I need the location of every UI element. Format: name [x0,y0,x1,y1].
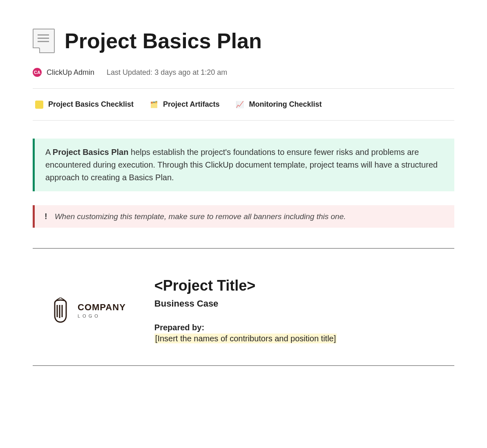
meta-row: CA ClickUp Admin Last Updated: 3 days ag… [33,68,454,77]
title-block-right: <Project Title> Business Case Prepared b… [154,277,450,343]
logo-company: COMPANY [78,302,126,313]
subpages-row: Project Basics Checklist 🗂️ Project Arti… [33,89,454,120]
note-icon [33,29,55,53]
last-updated: Last Updated: 3 days ago at 1:20 am [107,68,227,77]
subpage-checklist[interactable]: Project Basics Checklist [35,100,134,109]
logo-sub: LOGO [78,314,126,318]
exclaim-icon: ! [45,212,47,221]
author-avatar: CA [33,68,42,77]
subpage-artifacts[interactable]: 🗂️ Project Artifacts [150,100,219,109]
project-title: <Project Title> [154,277,450,294]
clipboard-icon [35,101,43,109]
callout-bold: Project Basics Plan [53,148,129,157]
callout-prefix: A [45,148,53,157]
section-divider [33,365,454,366]
page-title: Project Basics Plan [65,29,262,53]
prepared-by-value[interactable]: [Insert the names of contributors and po… [154,334,337,343]
logo-mark-icon [49,298,72,323]
subpage-monitoring[interactable]: 📈 Monitoring Checklist [236,100,322,109]
project-subtitle: Business Case [154,298,450,309]
author-name: ClickUp Admin [47,68,94,77]
warning-callout: ! When customizing this template, make s… [33,205,454,228]
subpage-label: Project Basics Checklist [48,100,134,109]
chart-icon: 📈 [236,101,244,109]
title-block: COMPANY LOGO <Project Title> Business Ca… [33,249,454,356]
artifacts-icon: 🗂️ [150,101,158,109]
company-logo: COMPANY LOGO [49,298,126,323]
logo-text: COMPANY LOGO [78,302,126,318]
title-row: Project Basics Plan [33,29,454,53]
info-callout: A Project Basics Plan helps establish th… [33,139,454,191]
subpage-label: Monitoring Checklist [249,100,322,109]
warning-text: When customizing this template, make sur… [55,212,346,221]
subpage-label: Project Artifacts [163,100,219,109]
divider [33,120,454,121]
prepared-by-label: Prepared by: [154,323,450,332]
